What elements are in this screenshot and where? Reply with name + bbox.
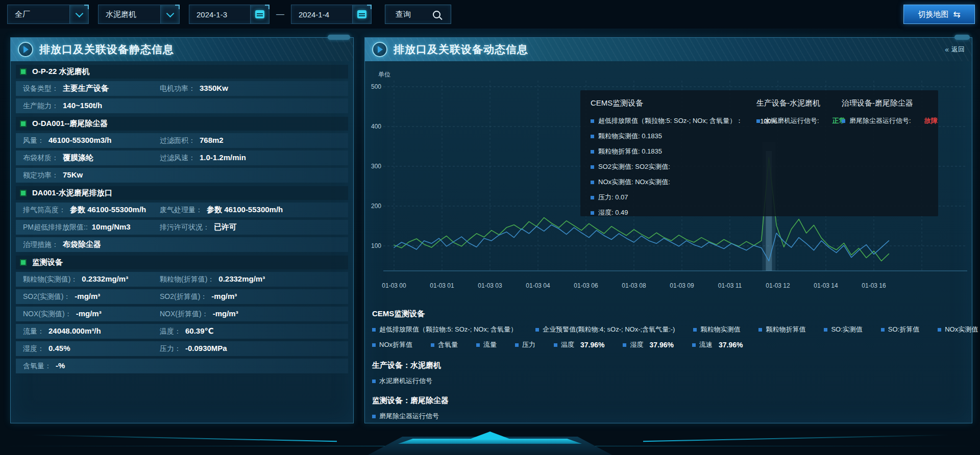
legend-item[interactable]: 企业预警值(颗粒物:4; sOz-; NOx-;含氧气量:-) [535, 325, 675, 334]
corner-accent [265, 5, 270, 9]
field-value: 0.45% [48, 344, 70, 352]
legend-item[interactable]: NOx折算值 [372, 340, 412, 349]
legend-item[interactable]: 湿度37.96% [623, 340, 673, 349]
legend-square-icon [591, 135, 594, 138]
legend-item[interactable]: 压力 [515, 340, 535, 349]
info-row: 含氧量：-% [16, 359, 348, 373]
legend-item-label: 企业预警值(颗粒物:4; sOz-; NOx-;含氧气量:-) [543, 325, 675, 334]
field-label: 风量： [23, 136, 44, 145]
info-cell: 治理措施：布袋除尘器 [23, 240, 348, 249]
legend-production-item[interactable]: 水泥磨机运行信号 [372, 376, 967, 386]
device-select[interactable]: 水泥磨机 [98, 5, 180, 24]
legend-item-label: 颗粒物实测值 [700, 325, 740, 334]
tooltip-item: 超低排放限值（颗拉物:5: SOz-; NOx; 含氧量）：100% [591, 116, 777, 125]
legend-item[interactable]: SO:实测值 [824, 325, 862, 334]
left-panel-body: O-P-22 水泥磨机设备类型：主要生产设备电机功率：3350Kw生产能力：14… [16, 61, 348, 419]
svg-text:01-03 04: 01-03 04 [526, 282, 550, 289]
end-date-picker[interactable]: 2024-1-4 [291, 5, 372, 24]
field-label: 电机功率： [160, 84, 195, 93]
tooltip-item-label: 压力: 0.07 [598, 193, 628, 202]
legend-square-icon [431, 343, 434, 347]
info-cell: 温度：60.39℃ [160, 326, 348, 336]
legend-item-label: 含氧量 [438, 340, 458, 349]
field-label: 治理措施： [23, 240, 59, 249]
info-cell: 含氧量：-% [23, 361, 348, 371]
legend-item[interactable]: 颗粒物折算值 [758, 325, 805, 334]
field-value: -mg/m³ [211, 292, 237, 300]
info-row: 风量：46100-55300m3/h过滤面积：768m2 [16, 133, 348, 148]
field-label: 过滤面积： [160, 136, 195, 145]
search-icon [433, 11, 440, 18]
info-row: 颗粒物(实测值)：0.2332mg/m³颗粒物(折算值)：0.2332mg/m³ [16, 272, 348, 287]
legend-item[interactable]: SO:折算值 [881, 325, 919, 334]
field-label: 颗粒物(折算值)： [160, 275, 214, 284]
back-button[interactable]: 返回 [945, 38, 965, 61]
info-cell: NOX(折算值)：-mg/m³ [160, 309, 348, 319]
green-square-icon [20, 68, 27, 75]
footer-center-trapezoid [357, 437, 623, 455]
legend-item-label: SO:折算值 [888, 325, 919, 334]
field-label: 排气筒高度： [23, 206, 66, 215]
plant-select[interactable]: 全厂 [7, 5, 89, 24]
field-label: NOX(折算值)： [160, 310, 209, 319]
field-label: NOX(实测值)： [23, 310, 72, 319]
field-value: 覆膜涤纶 [63, 153, 93, 163]
static-info-panel: 排放口及关联设备静态信息 O-P-22 水泥磨机设备类型：主要生产设备电机功率：… [10, 37, 354, 423]
device-select-value: 水泥磨机 [99, 10, 136, 19]
field-value: -0.0930MPa [185, 344, 227, 352]
legend-monitor-item[interactable]: 磨尾除尘器运行信号 [372, 412, 967, 421]
field-label: 设备类型： [23, 84, 59, 93]
corner-accent [84, 5, 89, 9]
panel-scroll-tab[interactable] [328, 35, 350, 40]
info-row: PM超低排排放限值::10mg/Nm3排污许可状况：已许可 [16, 220, 348, 235]
legend-square-icon [372, 343, 376, 347]
footer-glow-line [592, 446, 980, 446]
legend-production-title: 生产设备：水泥磨机 [372, 361, 967, 370]
tooltip-production-label: 水泥磨机运行信号: [764, 116, 819, 125]
info-cell: 电机功率：3350Kw [160, 84, 348, 93]
info-row: 排气筒高度：参数 46100-55300m/h废气处理量：参数 46100-55… [16, 203, 348, 217]
tooltip-item: 压力: 0.07 [591, 193, 777, 202]
legend-square-icon [591, 181, 594, 184]
legend-item[interactable]: 超低排放限值（颗拉物:5: SOz-; NOx; 含氧量） [372, 325, 517, 334]
legend-item[interactable]: 颗粒物实测值 [693, 325, 740, 334]
svg-text:01-03 01: 01-03 01 [430, 282, 454, 289]
info-row: SO2(实测值)：-mg/m³SO2(折算值)：-mg/m³ [16, 289, 348, 304]
info-cell: 排气筒高度：参数 46100-55300m/h [23, 205, 160, 215]
svg-text:200: 200 [371, 203, 381, 210]
legend-item[interactable]: 流量 [476, 340, 497, 349]
legend-item-label: NOx实测值 [945, 325, 978, 334]
section-title: 监测设备 [32, 258, 63, 267]
search-button[interactable]: 查询 [385, 5, 451, 24]
field-value: 布袋除尘器 [63, 240, 101, 249]
legend-item[interactable]: 流速37.96% [692, 340, 743, 349]
info-row: 湿度：0.45%压力：-0.0930MPa [16, 341, 348, 356]
tooltip-item: SO2实测值: SO2实测值: [591, 162, 777, 171]
legend-square-icon [554, 343, 557, 347]
tooltip-item-label: 超低排放限值（颗拉物:5: SOz-; NOx; 含氧量）： [598, 116, 743, 125]
legend-item[interactable]: 温度37.96% [554, 340, 604, 349]
field-label: 过滤风速： [160, 154, 195, 163]
info-cell: 布袋材质：覆膜涤纶 [23, 153, 160, 163]
legend-item[interactable]: NOx实测值 [938, 325, 978, 334]
field-value: 0.2332mg/m³ [218, 274, 265, 283]
section-header: O-P-22 水泥磨机 [16, 65, 348, 79]
tooltip-item-label: 颗粒物实测值: 0.1835 [598, 132, 662, 141]
tooltip-item: 颗粒物折算值: 0.1835 [591, 147, 777, 156]
legend-item[interactable]: 含氧量 [431, 340, 458, 349]
legend-square-icon [756, 119, 760, 123]
legend-square-icon [758, 328, 762, 332]
tooltip-treatment-status: 故障 [924, 116, 938, 125]
switch-map-button[interactable]: 切换地图 [903, 5, 975, 24]
field-label: 流量： [23, 327, 44, 336]
svg-text:500: 500 [371, 83, 381, 90]
field-label: 额定功率： [23, 171, 59, 180]
footer-glow-line [31, 435, 337, 442]
green-square-icon [20, 259, 27, 266]
start-date-picker[interactable]: 2024-1-3 [189, 5, 270, 24]
tooltip-cems-column: CEMS监测设备 超低排放限值（颗拉物:5: SOz-; NOx; 含氧量）：1… [591, 98, 777, 217]
info-cell: 压力：-0.0930MPa [160, 344, 348, 353]
legend-square-icon [623, 343, 626, 347]
legend-item-value: 37.96% [649, 341, 673, 349]
field-value: -% [56, 361, 65, 370]
